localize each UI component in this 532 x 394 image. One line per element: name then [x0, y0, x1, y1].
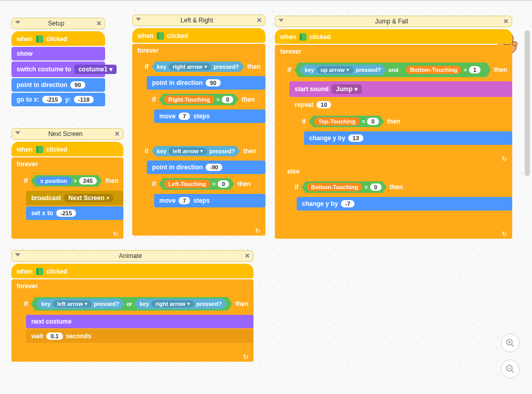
point-in-direction-block[interactable]: point in direction 90 — [11, 78, 105, 92]
vertical-scrollbar[interactable] — [525, 30, 530, 176]
close-icon[interactable]: ✕ — [115, 130, 120, 138]
if-right-touching-block[interactable]: if Right-Touching = 0 then move — [147, 91, 265, 132]
if-left-touching-block[interactable]: if Left-Touching = 0 then move — [147, 175, 265, 217]
key-pressed-boolean[interactable]: key up arrow ▾ pressed? — [299, 65, 386, 75]
comment-jump-fall[interactable]: Jump & Fall ✕ — [275, 16, 512, 27]
threshold-input[interactable]: 245 — [79, 177, 97, 184]
close-icon[interactable]: ✕ — [96, 20, 102, 27]
direction-input[interactable]: 90 — [70, 81, 85, 89]
and-operator[interactable]: key up arrow ▾ pressed? and Bottom-Touch… — [294, 63, 491, 77]
show-block[interactable]: show — [11, 47, 105, 60]
value-input[interactable]: 0 — [370, 183, 382, 191]
wait-block[interactable]: wait 0.1 seconds — [26, 329, 254, 343]
key-pressed-boolean[interactable]: key left arrow ▾ pressed? — [36, 299, 124, 309]
eq-operator[interactable]: Top-Touching = 0 — [309, 116, 384, 127]
left-right-stack[interactable]: Left & Right ✕ when clicked forever if k… — [132, 15, 265, 237]
jump-fall-stack[interactable]: Jump & Fall ✕ when clicked forever if ke… — [275, 16, 512, 240]
variable-reporter[interactable]: Left-Touching — [164, 180, 210, 188]
close-icon[interactable]: ✕ — [503, 18, 509, 25]
x-input[interactable]: -215 — [42, 96, 62, 103]
message-dropdown[interactable]: Next Screen ▾ — [64, 194, 113, 202]
next-screen-stack[interactable]: Next Screen ✕ when clicked forever if x … — [11, 128, 123, 240]
forever-block[interactable]: forever if key right arrow ▾ pressed? — [132, 44, 265, 236]
next-costume-block[interactable]: next costume — [26, 315, 254, 328]
if-bottom-touching-block[interactable]: if Bottom-Touching = 0 then cha — [289, 178, 512, 220]
collapse-icon[interactable] — [15, 131, 20, 134]
change-y-block[interactable]: change y by 13 — [304, 131, 512, 145]
value-input[interactable]: 0 — [367, 118, 378, 125]
repeat-input[interactable]: 10 — [316, 101, 331, 108]
eq-operator[interactable]: Right-Touching = 0 — [159, 94, 238, 105]
key-dropdown[interactable]: left arrow ▾ — [169, 147, 208, 155]
key-pressed-boolean[interactable]: key left arrow ▾ pressed? — [151, 146, 240, 156]
variable-reporter[interactable]: Right-Touching — [164, 95, 214, 104]
broadcast-block[interactable]: broadcast Next Screen ▾ — [26, 191, 123, 205]
direction-input[interactable]: 90 — [206, 79, 220, 87]
close-icon[interactable]: ✕ — [245, 252, 250, 260]
direction-input[interactable]: -90 — [206, 164, 222, 171]
costume-dropdown[interactable]: costume1 ▾ — [74, 65, 117, 74]
if-left-block[interactable]: if key left arrow ▾ pressed? then — [140, 143, 265, 226]
point-in-direction-block[interactable]: point in direction -90 — [147, 161, 265, 174]
close-icon[interactable]: ✕ — [257, 17, 262, 24]
when-flag-clicked-block[interactable]: when clicked — [132, 28, 265, 43]
point-in-direction-block[interactable]: point in direction 90 — [147, 76, 265, 90]
key-pressed-boolean[interactable]: key right arrow ▾ pressed? — [134, 299, 227, 309]
comment-animate[interactable]: Animate ✕ — [11, 250, 254, 262]
forever-block[interactable]: forever if key left arrow ▾ pre — [11, 279, 254, 362]
zoom-out-button[interactable] — [501, 360, 520, 378]
scripts-canvas[interactable]: Setup ✕ when clicked show switch costume… — [0, 0, 532, 394]
collapse-icon[interactable] — [15, 253, 20, 256]
if-block[interactable]: if x position > 245 then broadcast Next — [19, 172, 123, 229]
variable-reporter[interactable]: Bottom-Touching — [406, 66, 462, 74]
wait-input[interactable]: 0.1 — [46, 333, 62, 340]
move-steps-block[interactable]: move 7 steps — [154, 194, 265, 207]
when-flag-clicked-block[interactable]: when clicked — [11, 264, 254, 278]
sound-dropdown[interactable]: Jump ▾ — [332, 84, 361, 94]
x-input[interactable]: -215 — [56, 210, 76, 217]
eq-operator[interactable]: Bottom-Touching = 0 — [301, 181, 386, 193]
go-to-xy-block[interactable]: go to x: -215 y: -118 — [11, 93, 105, 106]
variable-reporter[interactable]: Bottom-Touching — [307, 183, 362, 191]
steps-input[interactable]: 7 — [179, 197, 190, 204]
comment-setup[interactable]: Setup ✕ — [11, 18, 105, 29]
eq-operator[interactable]: Left-Touching = 0 — [159, 178, 234, 190]
setup-stack[interactable]: Setup ✕ when clicked show switch costume… — [11, 18, 105, 107]
collapse-icon[interactable] — [278, 19, 284, 22]
y-input[interactable]: 13 — [348, 134, 363, 142]
switch-costume-block[interactable]: switch costume to costume1 ▾ — [11, 61, 105, 77]
y-input[interactable]: -118 — [74, 96, 94, 103]
animate-stack[interactable]: Animate ✕ when clicked forever if key — [11, 250, 254, 363]
change-y-block[interactable]: change y by -7 — [297, 197, 512, 211]
value-input[interactable]: 1 — [469, 66, 480, 73]
comment-left-right[interactable]: Left & Right ✕ — [132, 15, 265, 26]
zoom-in-button[interactable] — [501, 334, 520, 352]
when-flag-clicked-block[interactable]: when clicked — [275, 29, 512, 44]
y-input[interactable]: -7 — [341, 200, 354, 207]
value-input[interactable]: 0 — [218, 180, 229, 188]
key-dropdown[interactable]: right arrow ▾ — [169, 63, 211, 70]
key-dropdown[interactable]: right arrow ▾ — [151, 300, 194, 307]
if-right-block[interactable]: if key right arrow ▾ pressed? then — [140, 58, 265, 142]
steps-input[interactable]: 7 — [179, 113, 190, 120]
when-flag-clicked-block[interactable]: when clicked — [11, 31, 105, 46]
if-top-touching-block[interactable]: if Top-Touching = 0 then — [297, 113, 512, 154]
key-pressed-boolean[interactable]: key right arrow ▾ pressed? — [151, 61, 244, 72]
gt-operator[interactable]: x position > 245 — [31, 175, 102, 187]
forever-block[interactable]: forever if key up arrow ▾ press — [275, 45, 512, 239]
collapse-icon[interactable] — [136, 18, 141, 21]
start-sound-block[interactable]: start sound Jump ▾ — [289, 81, 512, 97]
variable-reporter[interactable]: Top-Touching — [314, 117, 360, 126]
eq-operator[interactable]: Bottom-Touching = 1 — [401, 64, 486, 76]
if-block[interactable]: if key left arrow ▾ pressed? or — [19, 294, 254, 352]
collapse-icon[interactable] — [15, 21, 20, 24]
move-steps-block[interactable]: move 7 steps — [154, 109, 265, 123]
comment-next-screen[interactable]: Next Screen ✕ — [11, 128, 123, 140]
or-operator[interactable]: key left arrow ▾ pressed? or key — [31, 297, 232, 311]
when-flag-clicked-block[interactable]: when clicked — [11, 142, 123, 156]
value-input[interactable]: 0 — [222, 96, 233, 103]
repeat-block[interactable]: repeat 10 if Top-Touching = — [289, 98, 512, 164]
x-position-reporter[interactable]: x position — [36, 177, 71, 185]
set-x-block[interactable]: set x to -215 — [26, 206, 123, 220]
forever-block[interactable]: forever if x position > 245 then — [11, 157, 123, 239]
